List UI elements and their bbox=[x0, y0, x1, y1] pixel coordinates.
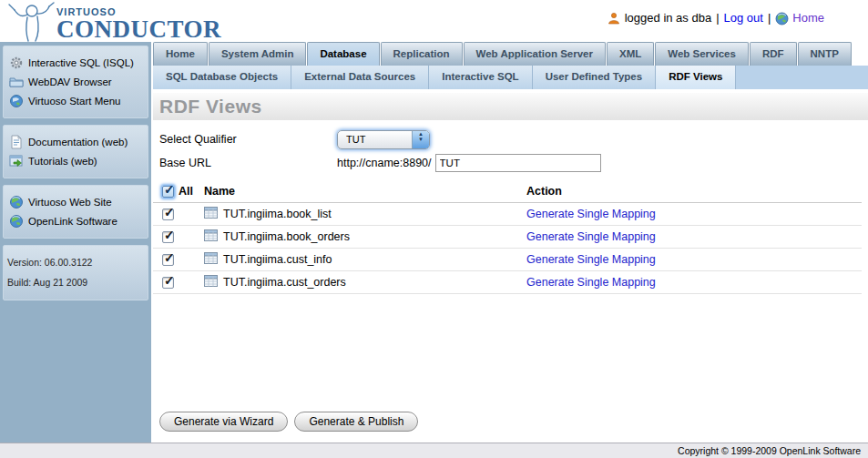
table-name: TUT.ingiima.book_list bbox=[223, 208, 332, 220]
sidebar-item-virtuoso-web-site[interactable]: Virtuoso Web Site bbox=[9, 192, 143, 211]
virtuoso-conductor-logo[interactable]: VIRTUOSO CONDUCTOR bbox=[7, 2, 221, 46]
separator: | bbox=[768, 11, 771, 25]
home-link[interactable]: Home bbox=[792, 11, 824, 25]
gear-icon bbox=[9, 56, 24, 70]
table-row: TUT.ingiima.cust_info Generate Single Ma… bbox=[153, 249, 862, 271]
footer-bar: Copyright © 1999-2009 OpenLink Software bbox=[0, 443, 868, 458]
generate-single-mapping-link[interactable]: Generate Single Mapping bbox=[526, 276, 656, 289]
grid-header-row: All Name Action bbox=[153, 180, 862, 203]
sidebar-item-label: Interactive SQL (ISQL) bbox=[28, 57, 134, 68]
sidebar-item-interactive-sql[interactable]: Interactive SQL (ISQL) bbox=[9, 53, 143, 72]
rdf-views-form: Select Qualifier TUT ▲ ▼ Base URL http:/… bbox=[153, 120, 868, 175]
sidebar-item-virtuoso-start-menu[interactable]: Virtuoso Start Menu bbox=[9, 91, 143, 110]
tab-home[interactable]: Home bbox=[153, 42, 208, 66]
table-name: TUT.ingiima.cust_orders bbox=[223, 276, 346, 289]
sidebar-item-openlink-software[interactable]: OpenLink Software bbox=[9, 211, 143, 230]
user-icon bbox=[608, 12, 620, 25]
table-icon bbox=[204, 275, 218, 290]
select-stepper-icon: ▲ ▼ bbox=[412, 131, 429, 148]
subtab-sql-database-objects[interactable]: SQL Database Objects bbox=[153, 66, 291, 89]
row-checkbox[interactable] bbox=[162, 254, 174, 266]
top-banner: VIRTUOSO CONDUCTOR logged in as dba | Lo… bbox=[0, 0, 868, 42]
sidebar-section-version: Version: 06.00.3122 Build: Aug 21 2009 bbox=[3, 245, 148, 300]
sub-tab-bar: SQL Database Objects External Data Sourc… bbox=[153, 66, 868, 89]
generate-single-mapping-link[interactable]: Generate Single Mapping bbox=[526, 208, 656, 220]
tab-xml[interactable]: XML bbox=[607, 42, 654, 66]
table-icon bbox=[204, 207, 218, 221]
tutorial-icon bbox=[9, 154, 24, 168]
bottom-actions: Generate via Wizard Generate & Publish bbox=[159, 412, 418, 432]
sidebar-item-tutorials[interactable]: Tutorials (web) bbox=[9, 151, 143, 170]
tab-nntp[interactable]: NNTP bbox=[798, 42, 852, 66]
logout-link[interactable]: Log out bbox=[724, 11, 763, 25]
generate-and-publish-button[interactable]: Generate & Publish bbox=[294, 412, 418, 432]
base-url-input[interactable] bbox=[435, 154, 601, 172]
table-icon bbox=[204, 229, 218, 244]
chevron-down-icon: ▼ bbox=[418, 139, 424, 145]
row-checkbox[interactable] bbox=[162, 209, 174, 220]
tab-database[interactable]: Database bbox=[307, 42, 379, 66]
version-text: Version: 06.00.3122 bbox=[7, 252, 143, 272]
sidebar-section-docs: Documentation (web) Tutorials (web) bbox=[3, 125, 148, 178]
main-content: Home System Admin Database Replication W… bbox=[153, 42, 868, 443]
page-title: RDF Views bbox=[153, 96, 262, 117]
page-title-band: RDF Views bbox=[153, 93, 868, 120]
row-checkbox[interactable] bbox=[162, 231, 174, 243]
base-url-prefix: http://cname:8890/ bbox=[337, 157, 432, 169]
build-text: Build: Aug 21 2009 bbox=[7, 272, 143, 292]
table-icon bbox=[204, 252, 218, 267]
tables-grid: All Name Action TUT.ingiima.book_list Ge… bbox=[153, 180, 862, 294]
document-icon bbox=[9, 135, 24, 149]
table-row: TUT.ingiima.cust_orders Generate Single … bbox=[153, 271, 862, 294]
subtab-interactive-sql[interactable]: Interactive SQL bbox=[429, 66, 532, 89]
tab-rdf[interactable]: RDF bbox=[750, 42, 797, 66]
conductor-figure-icon bbox=[7, 2, 55, 46]
session-bar: logged in as dba | Log out | Home bbox=[608, 11, 824, 25]
subtab-rdf-views[interactable]: RDF Views bbox=[656, 66, 736, 89]
folder-icon bbox=[9, 75, 24, 89]
virtuoso-conductor-screen: VIRTUOSO CONDUCTOR logged in as dba | Lo… bbox=[0, 0, 868, 458]
sidebar-item-label: Virtuoso Start Menu bbox=[28, 96, 120, 107]
qualifier-select[interactable]: TUT ▲ ▼ bbox=[337, 130, 430, 149]
table-name: TUT.ingiima.book_orders bbox=[223, 230, 350, 243]
table-row: TUT.ingiima.book_list Generate Single Ma… bbox=[153, 203, 862, 226]
generate-single-mapping-link[interactable]: Generate Single Mapping bbox=[526, 253, 656, 266]
qualifier-selected-value: TUT bbox=[338, 134, 412, 145]
sidebar-item-label: WebDAV Browser bbox=[28, 76, 112, 87]
sidebar-item-label: Documentation (web) bbox=[28, 137, 128, 148]
main-tab-bar: Home System Admin Database Replication W… bbox=[153, 42, 868, 66]
subtab-user-defined-types[interactable]: User Defined Types bbox=[533, 66, 657, 89]
generate-via-wizard-button[interactable]: Generate via Wizard bbox=[159, 412, 288, 432]
all-label: All bbox=[179, 185, 204, 198]
base-url-label: Base URL bbox=[159, 157, 337, 169]
sidebar: Interactive SQL (ISQL) WebDAV Browser bbox=[0, 42, 151, 443]
table-name: TUT.ingiima.cust_info bbox=[223, 253, 332, 266]
sidebar-item-webdav-browser[interactable]: WebDAV Browser bbox=[9, 72, 143, 91]
globe-icon bbox=[9, 94, 24, 108]
logged-in-text: logged in as dba bbox=[625, 11, 711, 25]
sidebar-item-label: Tutorials (web) bbox=[28, 156, 97, 167]
select-all-checkbox[interactable] bbox=[162, 186, 174, 198]
row-checkbox[interactable] bbox=[162, 277, 174, 289]
sidebar-item-label: Virtuoso Web Site bbox=[28, 197, 112, 208]
globe-icon bbox=[9, 195, 24, 209]
sidebar-item-documentation[interactable]: Documentation (web) bbox=[9, 132, 143, 151]
name-column-header: Name bbox=[204, 185, 526, 198]
sidebar-item-label: OpenLink Software bbox=[28, 216, 117, 227]
action-column-header: Action bbox=[526, 185, 862, 198]
generate-single-mapping-link[interactable]: Generate Single Mapping bbox=[526, 230, 656, 243]
select-qualifier-label: Select Qualifier bbox=[159, 133, 337, 146]
separator: | bbox=[716, 11, 719, 25]
copyright-text: Copyright © 1999-2009 OpenLink Software bbox=[678, 445, 861, 456]
tab-system-admin[interactable]: System Admin bbox=[209, 42, 306, 66]
logo-conductor-text: CONDUCTOR bbox=[56, 17, 221, 42]
home-globe-icon bbox=[775, 12, 788, 25]
subtab-external-data-sources[interactable]: External Data Sources bbox=[291, 66, 429, 89]
tab-web-services[interactable]: Web Services bbox=[655, 42, 749, 66]
sidebar-section-links: Virtuoso Web Site OpenLink Software bbox=[3, 185, 148, 239]
tab-web-application-server[interactable]: Web Application Server bbox=[464, 42, 606, 66]
globe-icon bbox=[9, 214, 24, 229]
table-row: TUT.ingiima.book_orders Generate Single … bbox=[153, 226, 862, 249]
tab-replication[interactable]: Replication bbox=[381, 42, 463, 66]
sidebar-section-tools: Interactive SQL (ISQL) WebDAV Browser bbox=[3, 46, 148, 118]
